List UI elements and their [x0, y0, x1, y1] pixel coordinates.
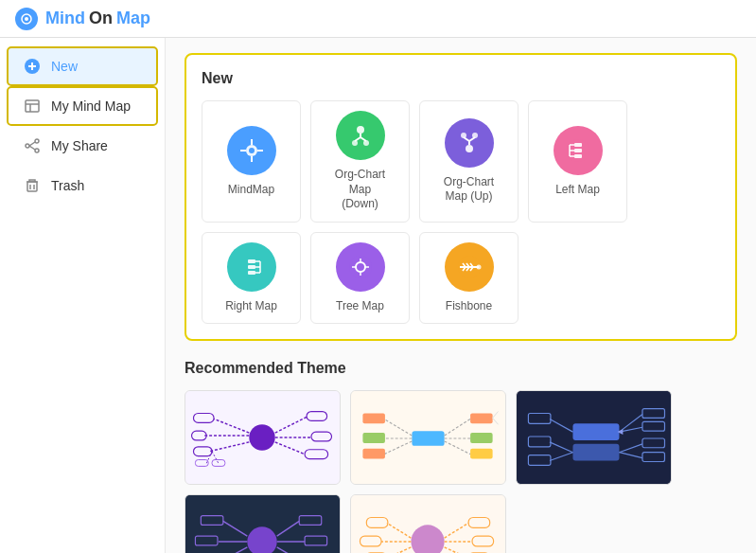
- sidebar-item-new[interactable]: New: [8, 47, 157, 85]
- share-icon: [23, 136, 42, 155]
- map-item-fishbone[interactable]: Fishbone: [419, 232, 519, 325]
- svg-point-28: [466, 145, 473, 152]
- map-item-right[interactable]: Right Map: [202, 232, 301, 325]
- sidebar: New My Mind Map My Share Trash: [0, 38, 166, 553]
- theme-card-4[interactable]: [185, 494, 341, 553]
- svg-rect-43: [248, 259, 255, 263]
- sidebar-trash-label: Trash: [51, 178, 84, 193]
- fishbone-label: Fishbone: [446, 299, 492, 314]
- leftmap-icon: [554, 126, 603, 175]
- svg-rect-90: [362, 449, 385, 459]
- sidebar-mymindmap-label: My Mind Map: [51, 98, 131, 114]
- svg-point-22: [357, 126, 364, 134]
- svg-point-64: [476, 264, 481, 269]
- map-item-tree[interactable]: Tree Map: [310, 232, 410, 325]
- map-icon: [23, 97, 42, 116]
- logo: Mind On Map: [15, 8, 150, 30]
- svg-point-26: [352, 140, 358, 146]
- svg-rect-84: [412, 432, 444, 447]
- sidebar-myshare-label: My Share: [51, 138, 108, 153]
- svg-rect-96: [470, 449, 493, 459]
- svg-rect-89: [362, 433, 385, 443]
- mindmap-icon: [227, 126, 276, 175]
- svg-rect-94: [470, 414, 493, 424]
- svg-point-10: [26, 144, 29, 148]
- leftmap-label: Left Map: [555, 183, 600, 198]
- new-section-title: New: [202, 70, 720, 87]
- new-section: New MindMap Org-Chart Map(Do: [185, 53, 737, 341]
- sidebar-item-my-mind-map[interactable]: My Mind Map: [8, 87, 157, 125]
- app-container: Mind On Map New My Mind Map: [0, 0, 756, 553]
- svg-point-8: [35, 139, 39, 143]
- svg-rect-101: [572, 444, 619, 461]
- svg-point-9: [35, 149, 39, 152]
- rightmap-label: Right Map: [225, 299, 277, 314]
- treemap-label: Tree Map: [336, 299, 384, 314]
- sidebar-item-my-share[interactable]: My Share: [8, 127, 157, 165]
- svg-rect-95: [470, 433, 493, 443]
- logo-map-text: Map: [116, 9, 150, 28]
- svg-rect-5: [26, 100, 39, 112]
- svg-point-33: [472, 133, 478, 138]
- logo-icon: [15, 8, 38, 30]
- map-item-org-down[interactable]: Org-Chart Map(Down): [310, 100, 410, 223]
- svg-line-11: [29, 142, 35, 146]
- map-item-org-up[interactable]: Org-Chart Map (Up): [419, 100, 519, 223]
- svg-rect-36: [574, 149, 582, 152]
- theme-card-5[interactable]: [350, 494, 506, 553]
- theme-card-3[interactable]: [516, 390, 672, 485]
- rightmap-icon: [227, 242, 276, 292]
- sidebar-new-label: New: [51, 59, 78, 74]
- fishbone-icon: [445, 242, 494, 292]
- trash-icon: [23, 176, 42, 195]
- svg-rect-13: [27, 182, 37, 191]
- content-area: New MindMap Org-Chart Map(Do: [166, 38, 756, 553]
- map-grid: MindMap Org-Chart Map(Down): [202, 100, 720, 324]
- svg-point-1: [25, 17, 28, 21]
- mindmap-label: MindMap: [228, 183, 274, 198]
- map-item-mindmap[interactable]: MindMap: [202, 100, 301, 223]
- orgup-icon: [445, 118, 494, 168]
- orgdown-label: Org-Chart Map(Down): [323, 168, 397, 212]
- svg-rect-35: [574, 143, 582, 147]
- theme-card-2[interactable]: [350, 390, 506, 485]
- header: Mind On Map: [0, 0, 756, 38]
- svg-rect-45: [248, 271, 255, 275]
- svg-point-17: [249, 148, 255, 153]
- theme-grid: [185, 390, 737, 553]
- recommended-theme-section: Recommended Theme: [185, 360, 737, 553]
- svg-line-12: [29, 146, 35, 150]
- svg-rect-44: [248, 265, 255, 269]
- main-layout: New My Mind Map My Share Trash: [0, 38, 756, 553]
- recommended-title: Recommended Theme: [185, 360, 737, 377]
- svg-rect-88: [362, 414, 385, 424]
- logo-mind-text: Mind: [45, 9, 85, 28]
- treemap-icon: [336, 242, 385, 292]
- orgup-label: Org-Chart Map (Up): [431, 175, 506, 205]
- map-item-left[interactable]: Left Map: [528, 100, 627, 223]
- svg-rect-100: [572, 424, 619, 441]
- svg-point-66: [249, 425, 274, 451]
- svg-point-27: [363, 140, 369, 146]
- logo-on-text: On: [89, 9, 113, 28]
- orgdown-icon: [336, 111, 385, 160]
- theme-card-1[interactable]: [185, 390, 341, 485]
- svg-point-32: [461, 133, 466, 138]
- svg-rect-37: [574, 154, 582, 158]
- plus-icon: [23, 57, 42, 76]
- sidebar-item-trash[interactable]: Trash: [8, 167, 157, 205]
